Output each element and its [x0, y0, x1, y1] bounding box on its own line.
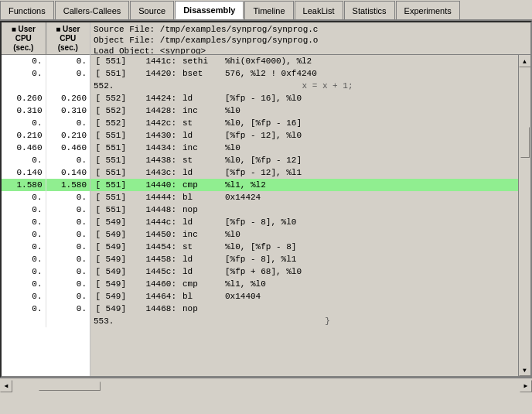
- scroll-thumb-h[interactable]: [39, 381, 101, 391]
- addr-cell: 1443c:: [129, 166, 179, 179]
- tab-statistics[interactable]: Statistics: [344, 1, 395, 19]
- cpu1-cell: [2, 315, 46, 327]
- line-num: [ 551]: [90, 179, 129, 191]
- addr-cell: 14450:: [129, 228, 179, 241]
- scroll-right-arrow[interactable]: ▶: [520, 380, 532, 392]
- disasm-row: [ 549] 1445c: ld [%fp + 68], %l0: [90, 265, 518, 278]
- cpu2-cell: 0.: [46, 55, 90, 67]
- row-left: 0. 0.: [2, 265, 90, 278]
- addr-cell: 1444c:: [129, 216, 179, 228]
- args-cell: [222, 204, 377, 216]
- row-left: 0. 0.: [2, 241, 90, 253]
- cpu1-cell: 0.: [2, 117, 46, 129]
- file-info: Source File: /tmp/examples/synprog/synpr…: [90, 22, 530, 55]
- cpu1-cell: 0.140: [2, 166, 46, 179]
- disasm-row: [ 551] 14434: inc %l0: [90, 142, 518, 154]
- cpu2-cell: 0.460: [46, 142, 90, 154]
- addr-cell: 14430:: [129, 129, 179, 142]
- cpu1-cell: 0.: [2, 228, 46, 241]
- cpu2-cell: 0.: [46, 117, 90, 129]
- cpu2-cell: 0.: [46, 67, 90, 80]
- tab-timeline[interactable]: Timeline: [244, 1, 293, 19]
- instr-cell: nop: [179, 204, 222, 216]
- instr-cell: st: [179, 241, 222, 253]
- addr-cell: 14464:: [129, 290, 179, 303]
- row-left: 0. 0.: [2, 290, 90, 303]
- disasm-row: [ 552] 14428: inc %l0: [90, 104, 518, 117]
- row-left: [2, 80, 90, 92]
- cpu2-cell: 0.: [46, 191, 90, 204]
- addr-cell: 14448:: [129, 204, 179, 216]
- args-cell: %l0, [%fp - 16]: [222, 117, 377, 129]
- addr-cell: 14454:: [129, 241, 179, 253]
- line-num: [ 549]: [90, 253, 129, 265]
- addr-cell: 14424:: [129, 92, 179, 104]
- args-cell: [%fp + 68], %l0: [222, 265, 377, 278]
- scroll-left-arrow[interactable]: ◀: [0, 380, 12, 392]
- scroll-up-arrow[interactable]: ▲: [519, 55, 531, 67]
- addr-cell: 1442c:: [129, 117, 179, 129]
- args-cell: %l0: [222, 142, 377, 154]
- tab-experiments[interactable]: Experiments: [396, 1, 460, 19]
- cpu1-cell: 1.580: [2, 179, 46, 191]
- instr-cell: cmp: [179, 278, 222, 290]
- cpu1-cell: 0.: [2, 265, 46, 278]
- line-num: [ 551]: [90, 142, 129, 154]
- disasm-row: [ 549] 14464: bl 0x14404: [90, 290, 518, 303]
- cpu2-cell: 0.: [46, 216, 90, 228]
- cpu1-cell: 0.: [2, 241, 46, 253]
- col-headers: ■ UserCPU(sec.) ■ UserCPU(sec.): [2, 22, 90, 55]
- cpu2-cell: 0.: [46, 253, 90, 265]
- scrollbar-vertical[interactable]: ▲ ▼: [518, 55, 530, 376]
- addr-cell: 14428:: [129, 104, 179, 117]
- cpu1-cell: 0.210: [2, 129, 46, 142]
- cpu2-cell: 0.260: [46, 92, 90, 104]
- scroll-track-v[interactable]: [520, 67, 530, 364]
- addr-cell: 14460:: [129, 278, 179, 290]
- instr-cell: ld: [179, 265, 222, 278]
- row-left: 0. 0.: [2, 204, 90, 216]
- disasm-row: [ 549] 14454: st %l0, [%fp - 8]: [90, 241, 518, 253]
- line-num: [ 551]: [90, 166, 129, 179]
- row-left: 0.460 0.460: [2, 142, 90, 154]
- col-header-cpu2: ■ UserCPU(sec.): [46, 22, 90, 54]
- instr-cell: bset: [179, 67, 222, 80]
- center-label: x = x + 1;: [137, 80, 518, 92]
- row-left: 0. 0.: [2, 67, 90, 80]
- instr-cell: nop: [179, 303, 222, 315]
- line-num: [ 549]: [90, 265, 129, 278]
- row-left: 0.310 0.310: [2, 104, 90, 117]
- cpu1-cell: 0.: [2, 191, 46, 204]
- scroll-thumb-v[interactable]: [520, 127, 530, 158]
- tab-source[interactable]: Source: [130, 1, 174, 19]
- tab-disassembly[interactable]: Disassembly: [175, 1, 244, 19]
- cpu2-cell: 0.210: [46, 129, 90, 142]
- args-cell: 0x14404: [222, 290, 377, 303]
- tab-callers-callees[interactable]: Callers-Callees: [55, 1, 130, 19]
- args-cell: %l0: [222, 104, 377, 117]
- disasm-row: [ 551] 14440: cmp %l1, %l2: [90, 179, 518, 191]
- line-num: [ 552]: [90, 117, 129, 129]
- row-left: 0.140 0.140: [2, 166, 90, 179]
- left-panel: ■ UserCPU(sec.) ■ UserCPU(sec.) 0. 0. 0.…: [2, 22, 90, 376]
- args-cell: %l0, [%fp - 12]: [222, 154, 377, 166]
- disasm-row: [ 551] 14430: ld [%fp - 12], %l0: [90, 129, 518, 142]
- row-left: 0. 0.: [2, 216, 90, 228]
- args-cell: 576, %l2 ! 0xf4240: [222, 67, 377, 80]
- tab-leaklist[interactable]: LeakList: [295, 1, 343, 19]
- cpu1-cell: 0.260: [2, 92, 46, 104]
- args-cell: %l0: [222, 228, 377, 241]
- scrollbar-horizontal[interactable]: ◀ ▶: [0, 378, 532, 393]
- source-file: Source File: /tmp/examples/synprog/synpr…: [94, 24, 527, 35]
- disasm-row: [ 551] 1441c: sethi %hi(0xf4000), %l2: [90, 55, 518, 67]
- scroll-track-h[interactable]: [13, 381, 519, 392]
- cpu2-cell: 0.: [46, 154, 90, 166]
- disasm-row: [ 551] 14420: bset 576, %l2 ! 0xf4240: [90, 67, 518, 80]
- row-left: 0. 0.: [2, 253, 90, 265]
- cpu2-cell: 0.: [46, 303, 90, 315]
- scroll-down-arrow[interactable]: ▼: [519, 364, 531, 376]
- disasm-row: [ 551] 1443c: ld [%fp - 12], %l1: [90, 166, 518, 179]
- disasm-row: [ 549] 14460: cmp %l1, %l0: [90, 278, 518, 290]
- cpu1-cell: 0.: [2, 278, 46, 290]
- tab-functions[interactable]: Functions: [0, 1, 54, 19]
